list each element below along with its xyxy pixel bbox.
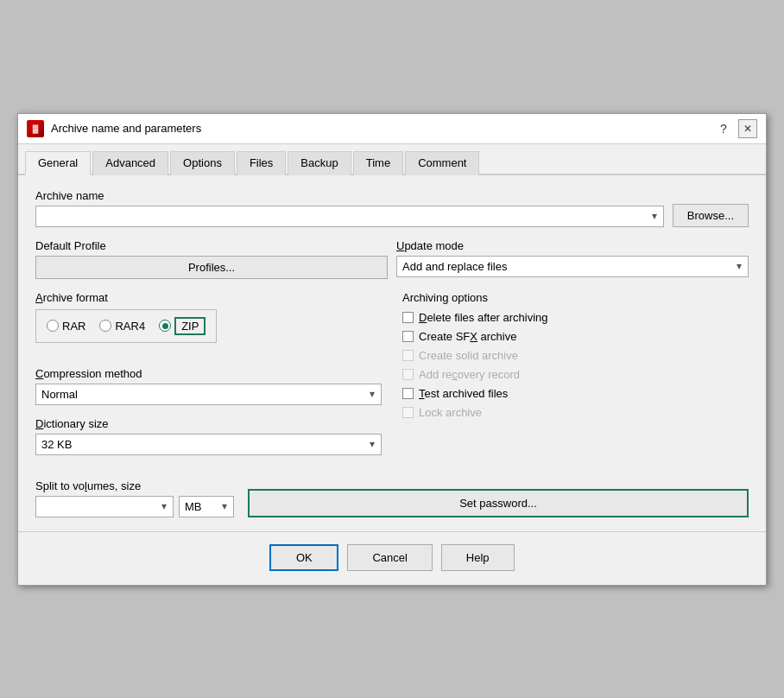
help-button[interactable]: Help (441, 544, 515, 571)
tab-advanced[interactable]: Advanced (92, 151, 168, 175)
title-bar-controls: ? ✕ (714, 119, 757, 138)
update-mode-group: Update mode Add and replace files (396, 239, 749, 279)
dictionary-size-section: Dictionary size 32 KB (35, 417, 382, 455)
set-password-button[interactable]: Set password... (248, 489, 749, 517)
radio-rar-label: RAR (62, 320, 85, 333)
compression-method-select-wrapper: Normal (35, 384, 382, 405)
radio-rar-input[interactable] (47, 320, 59, 332)
profile-updatemode-row: Default Profile Profiles... Update mode … (35, 239, 749, 279)
checkbox-delete-files[interactable] (402, 312, 414, 323)
tab-options[interactable]: Options (170, 151, 235, 175)
label-solid-archive: Create solid archive (419, 349, 518, 362)
browse-button[interactable]: Browse... (673, 204, 749, 227)
split-unit-wrapper: MB (179, 496, 234, 517)
dictionary-size-label: Dictionary size (35, 417, 382, 430)
archive-name-input[interactable]: info.zip (35, 206, 664, 227)
split-volumes-section: Split to volumes, size MB (35, 479, 234, 517)
archiving-options-section: Archiving options Delete files after arc… (402, 291, 749, 467)
radio-rar4[interactable]: RAR4 (99, 320, 145, 333)
format-options-row: Archive format RAR RAR4 (35, 291, 749, 467)
radio-zip-input[interactable] (159, 320, 171, 332)
ok-button[interactable]: OK (269, 544, 338, 571)
archive-format-section: Archive format RAR RAR4 (35, 291, 382, 355)
update-mode-select[interactable]: Add and replace files (396, 256, 749, 277)
option-test-files: Test archived files (402, 387, 749, 400)
archive-format-box: RAR RAR4 ZIP (35, 309, 217, 343)
split-value-input[interactable] (35, 496, 174, 517)
radio-rar4-input[interactable] (99, 320, 111, 332)
tab-content-general: Archive name info.zip Browse... Default … (18, 175, 766, 531)
app-icon: ▓ (27, 120, 44, 137)
archive-format-label: Archive format (35, 291, 382, 304)
tab-general[interactable]: General (25, 151, 91, 175)
radio-zip-label: ZIP (174, 317, 205, 335)
left-column: Archive format RAR RAR4 (35, 291, 382, 467)
compression-method-section: Compression method Normal (35, 367, 382, 405)
split-inputs-row: MB (35, 496, 234, 517)
update-mode-select-wrapper: Add and replace files (396, 256, 749, 277)
dictionary-size-select[interactable]: 32 KB (35, 434, 382, 455)
split-volumes-label: Split to volumes, size (35, 479, 234, 492)
label-delete-files: Delete files after archiving (419, 311, 548, 324)
checkbox-lock-archive (402, 407, 414, 418)
close-button[interactable]: ✕ (738, 119, 757, 138)
dictionary-size-select-wrapper: 32 KB (35, 434, 382, 455)
dialog-title: Archive name and parameters (51, 122, 201, 135)
tab-backup[interactable]: Backup (288, 151, 351, 175)
compression-method-label: Compression method (35, 367, 382, 380)
label-create-sfx: Create SFX archive (419, 330, 516, 343)
checkbox-create-sfx[interactable] (402, 331, 414, 342)
label-lock-archive: Lock archive (419, 406, 482, 419)
checkbox-solid-archive (402, 350, 414, 361)
option-lock-archive: Lock archive (402, 406, 749, 419)
profiles-button[interactable]: Profiles... (35, 256, 388, 279)
archive-name-group: Archive name info.zip (35, 189, 664, 227)
option-delete-files: Delete files after archiving (402, 311, 749, 324)
default-profile-label: Default Profile (35, 239, 388, 252)
cancel-button[interactable]: Cancel (347, 544, 432, 571)
radio-rar4-label: RAR4 (115, 320, 145, 333)
archiving-options-title: Archiving options (402, 291, 749, 304)
update-mode-label: Update mode (396, 239, 749, 252)
tab-comment[interactable]: Comment (405, 151, 479, 175)
dialog-window: ▓ Archive name and parameters ? ✕ Genera… (17, 113, 767, 586)
archive-name-section: Archive name info.zip Browse... (35, 189, 749, 227)
tab-bar: General Advanced Options Files Backup Ti… (18, 144, 766, 175)
title-bar: ▓ Archive name and parameters ? ✕ (18, 114, 766, 144)
option-create-sfx: Create SFX archive (402, 330, 749, 343)
dialog-footer: OK Cancel Help (18, 531, 766, 585)
title-bar-left: ▓ Archive name and parameters (27, 120, 201, 137)
archive-name-label: Archive name (35, 189, 664, 202)
tab-time[interactable]: Time (353, 151, 403, 175)
default-profile-group: Default Profile Profiles... (35, 239, 388, 279)
option-solid-archive: Create solid archive (402, 349, 749, 362)
split-unit-select[interactable]: MB (179, 496, 234, 517)
archive-name-select-wrapper: info.zip (35, 206, 664, 227)
compression-method-select[interactable]: Normal (35, 384, 382, 405)
label-test-files: Test archived files (419, 387, 508, 400)
radio-zip[interactable]: ZIP (159, 317, 205, 335)
option-recovery-record: Add recovery record (402, 368, 749, 381)
help-question-button[interactable]: ? (714, 119, 733, 138)
checkbox-recovery-record (402, 369, 414, 380)
label-recovery-record: Add recovery record (419, 368, 520, 381)
checkbox-test-files[interactable] (402, 388, 414, 399)
radio-rar[interactable]: RAR (47, 320, 85, 333)
bottom-section: Split to volumes, size MB Set password..… (35, 479, 749, 517)
split-value-wrapper (35, 496, 174, 517)
tab-files[interactable]: Files (237, 151, 286, 175)
